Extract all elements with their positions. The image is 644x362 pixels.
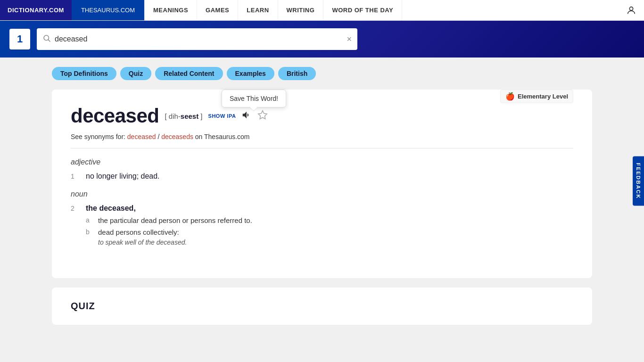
nav-links: MEANINGS GAMES LEARN WRITING WORD OF THE… [144,0,619,20]
tab-related-content[interactable]: Related Content [155,67,223,80]
dictionary-logo: 1 [9,29,30,49]
sub-definitions: a the particular dead person or persons … [86,216,252,246]
svg-point-1 [44,35,49,41]
search-clear-button[interactable]: × [347,35,352,43]
svg-line-2 [48,40,50,41]
sub-def-b: b dead persons collectively: to speak we… [86,228,252,246]
def-text-2-bold: the deceased, [86,204,136,212]
user-account-icon[interactable] [619,5,644,16]
def-text-1: no longer living; dead. [86,172,160,181]
pronunciation: [ dih-seest ] [165,112,202,120]
definition-card: 🍎 Elementary Level deceased [ dih-seest … [52,90,592,278]
audio-button[interactable] [241,110,252,123]
svg-marker-3 [258,110,267,118]
word-title: deceased [71,105,159,127]
section-divider [71,148,573,148]
sub-text-a: the particular dead person or persons re… [98,216,252,224]
definition-item-2: 2 the deceased, a the particular dead pe… [71,204,573,250]
tab-top-definitions[interactable]: Top Definitions [52,67,116,80]
feedback-sidebar-button[interactable]: FEEDBACK [633,156,644,206]
save-word-tooltip[interactable]: Save This Word! [222,90,286,107]
sub-def-a: a the particular dead person or persons … [86,216,252,224]
search-input[interactable] [55,35,343,43]
synonyms-line: See synonyms for: deceased / deceaseds o… [71,133,573,140]
save-word-star-button[interactable] [257,110,268,123]
definition-item-1: 1 no longer living; dead. [71,172,573,181]
thesaurus-link[interactable]: THESAURUS.COM [72,0,144,20]
level-emoji: 🍎 [505,92,515,101]
sub-letter-b: b [86,228,92,236]
show-ipa-button[interactable]: SHOW IPA [208,113,236,119]
sub-letter-a: a [86,216,92,224]
tooltip-label: Save This Word! [230,95,278,102]
part-of-speech-adjective: adjective [71,158,573,166]
search-bar: 1 × [0,21,644,58]
tab-examples[interactable]: Examples [227,67,274,80]
nav-writing[interactable]: WRITING [278,0,324,20]
dictionary-brand[interactable]: DICTIONARY.COM [0,0,72,20]
quiz-title: QUIZ [71,301,573,312]
nav-word-of-the-day[interactable]: WORD OF THE DAY [323,0,402,20]
top-nav: DICTIONARY.COM THESAURUS.COM MEANINGS GA… [0,0,644,21]
synonym-link-deceased[interactable]: deceased [127,133,156,140]
feedback-label: FEEDBACK [636,163,641,199]
nav-games[interactable]: GAMES [197,0,238,20]
def-number-1: 1 [71,173,78,180]
level-text: Elementary Level [518,93,568,100]
synonym-link-deceaseds[interactable]: deceaseds [161,133,193,140]
def-text-2-container: the deceased, a the particular dead pers… [86,204,252,250]
part-of-speech-noun: noun [71,190,573,198]
adjective-definitions: adjective 1 no longer living; dead. [71,158,573,181]
noun-definitions: noun 2 the deceased, a the particular de… [71,190,573,250]
sub-text-b-container: dead persons collectively: to speak well… [98,228,187,246]
tab-quiz[interactable]: Quiz [120,67,151,80]
tabs-bar: Top Definitions Quiz Related Content Exa… [0,58,644,90]
nav-learn[interactable]: LEARN [238,0,278,20]
svg-point-0 [629,7,633,10]
nav-meanings[interactable]: MEANINGS [144,0,197,20]
level-badge: 🍎 Elementary Level [500,90,573,103]
tab-british[interactable]: British [278,67,316,80]
search-icon [42,34,51,44]
search-box: × [37,28,357,50]
main-content: Save This Word! 🍎 Elementary Level decea… [0,90,644,334]
example-sentence-b: to speak well of the deceased. [98,239,187,246]
def-number-2: 2 [71,205,78,212]
quiz-card: QUIZ [52,288,592,325]
pronunciation-stress: seest [181,112,198,120]
word-heading: deceased [ dih-seest ] SHOW IPA [71,105,573,127]
sub-text-b: dead persons collectively: [98,228,179,236]
